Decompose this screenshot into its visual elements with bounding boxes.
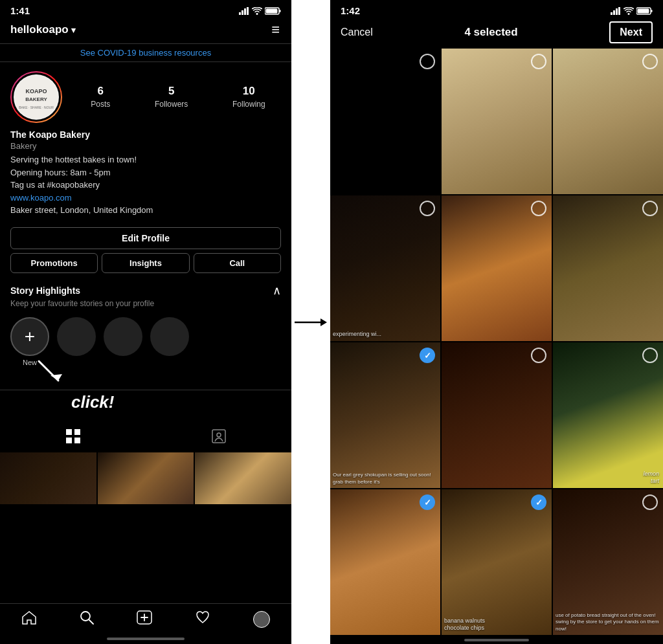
grid-tabs [0, 390, 291, 452]
username-text: hellokoapo [10, 23, 69, 36]
following-stat[interactable]: 10 Following [232, 85, 265, 109]
username-chevron: ▾ [71, 25, 76, 35]
selection-6[interactable] [642, 201, 658, 216]
call-button[interactable]: Call [194, 253, 281, 273]
selection-7[interactable] [420, 348, 435, 363]
bio-website[interactable]: www.koapo.com [10, 193, 72, 203]
avatar-logo: KOAPO BAKERY BAKE · SHARE · NOUR [14, 74, 59, 120]
new-highlight-label: New [23, 359, 37, 366]
selection-11[interactable] [531, 494, 546, 510]
photo-cell-1[interactable] [330, 49, 440, 194]
svg-rect-2 [244, 8, 246, 15]
profile-tab[interactable] [253, 611, 270, 628]
svg-rect-3 [247, 7, 249, 15]
edit-profile-button[interactable]: Edit Profile [10, 227, 281, 249]
next-button[interactable]: Next [609, 21, 653, 43]
bio-line3: Tag us at #koapobakery [10, 180, 100, 190]
right-battery-icon [636, 7, 653, 15]
right-wifi-icon [624, 7, 634, 15]
photo-cell-8[interactable] [442, 342, 552, 488]
svg-rect-28 [613, 10, 615, 15]
left-status-bar: 1:41 [0, 0, 291, 19]
highlights-title: Story Highlights [10, 285, 80, 296]
svg-rect-18 [212, 430, 225, 443]
search-icon [80, 610, 94, 625]
tag-view-tab[interactable] [212, 429, 226, 447]
avatar-wrap[interactable]: KOAPO BAKERY BAKE · SHARE · NOUR [10, 71, 62, 123]
profile-avatar [253, 611, 270, 628]
left-status-icons [239, 7, 281, 15]
photo-caption-11: banana walnutschocolate chips [444, 617, 549, 632]
grid-cell-3[interactable] [195, 452, 291, 504]
photo-selection-grid: experimenting wi... Our earl grey shokup… [330, 49, 663, 635]
svg-rect-17 [74, 438, 80, 443]
selection-12[interactable] [642, 494, 658, 510]
heart-tab[interactable] [195, 610, 210, 628]
following-count: 10 [232, 85, 265, 98]
left-screen: 1:41 hellokoapo [0, 0, 291, 644]
highlights-chevron-up[interactable]: ∧ [273, 283, 281, 298]
search-tab[interactable] [80, 610, 94, 628]
photo-cell-6[interactable] [553, 195, 663, 341]
highlight-circle-1[interactable] [57, 317, 96, 356]
highlight-circle-3[interactable] [150, 317, 189, 356]
svg-text:KOAPO: KOAPO [25, 88, 47, 94]
left-time: 1:41 [10, 5, 30, 16]
svg-line-21 [89, 619, 93, 624]
photo-cell-5[interactable] [442, 195, 552, 341]
grid-cell-2[interactable] [98, 452, 194, 504]
right-header: Cancel 4 selected Next [330, 19, 663, 49]
highlight-item-2[interactable] [104, 317, 142, 366]
photo-cell-10[interactable] [330, 489, 440, 635]
photo-cell-11[interactable]: banana walnutschocolate chips [442, 489, 552, 635]
grid-view-tab[interactable] [66, 429, 80, 447]
insights-button[interactable]: Insights [102, 253, 189, 273]
wifi-icon [252, 7, 262, 15]
photo-cell-12[interactable]: use of potato bread straight out of the … [553, 489, 663, 635]
photo-cell-9[interactable]: lemontart [553, 342, 663, 488]
right-status-bar: 1:42 [330, 0, 663, 19]
followers-stat[interactable]: 5 Followers [155, 85, 188, 109]
username-row[interactable]: hellokoapo ▾ [10, 23, 76, 36]
svg-rect-27 [611, 12, 612, 15]
new-highlight-item[interactable]: + New [10, 317, 49, 366]
selection-9[interactable] [642, 348, 658, 363]
new-highlight-circle[interactable]: + [10, 317, 49, 356]
posts-label: Posts [91, 100, 110, 109]
photo-cell-3[interactable] [553, 49, 663, 194]
highlight-circle-2[interactable] [104, 317, 142, 356]
add-icon [137, 610, 152, 625]
photo-caption-7: Our earl grey shokupan is selling out so… [333, 472, 438, 485]
selection-4[interactable] [420, 201, 435, 216]
covid-banner[interactable]: See COVID-19 business resources [0, 43, 291, 62]
cancel-button[interactable]: Cancel [341, 27, 373, 38]
svg-rect-0 [239, 12, 241, 15]
promotions-button[interactable]: Promotions [10, 253, 98, 273]
posts-stat[interactable]: 6 Posts [91, 85, 110, 109]
profile-info-row: KOAPO BAKERY BAKE · SHARE · NOUR 6 Posts… [0, 62, 291, 129]
add-tab[interactable] [137, 610, 152, 628]
photo-cell-4[interactable]: experimenting wi... [330, 195, 440, 341]
right-status-icons [611, 7, 653, 15]
svg-text:BAKE · SHARE · NOUR: BAKE · SHARE · NOUR [19, 105, 54, 109]
selection-5[interactable] [531, 201, 546, 216]
grid-icon [66, 429, 80, 443]
photo-cell-7[interactable]: Our earl grey shokupan is selling out so… [330, 342, 440, 488]
grid-cell-1[interactable] [0, 452, 96, 504]
highlight-item-1[interactable] [57, 317, 96, 366]
profile-header: hellokoapo ▾ ≡ [0, 19, 291, 43]
selection-8[interactable] [531, 348, 546, 363]
photo-cell-2[interactable] [442, 49, 552, 194]
hamburger-menu[interactable]: ≡ [271, 21, 281, 38]
home-tab[interactable] [21, 610, 37, 628]
selection-3[interactable] [642, 54, 658, 69]
highlight-item-3[interactable] [150, 317, 189, 366]
selection-1[interactable] [420, 54, 435, 69]
selection-2[interactable] [531, 54, 546, 69]
svg-point-31 [628, 13, 630, 15]
photo-caption-9: lemontart [643, 471, 659, 485]
logo-svg: KOAPO BAKERY BAKE · SHARE · NOUR [14, 75, 58, 119]
selection-10[interactable] [420, 494, 435, 510]
photo-grid-preview [0, 452, 291, 504]
highlights-area: + New click! [0, 313, 291, 377]
